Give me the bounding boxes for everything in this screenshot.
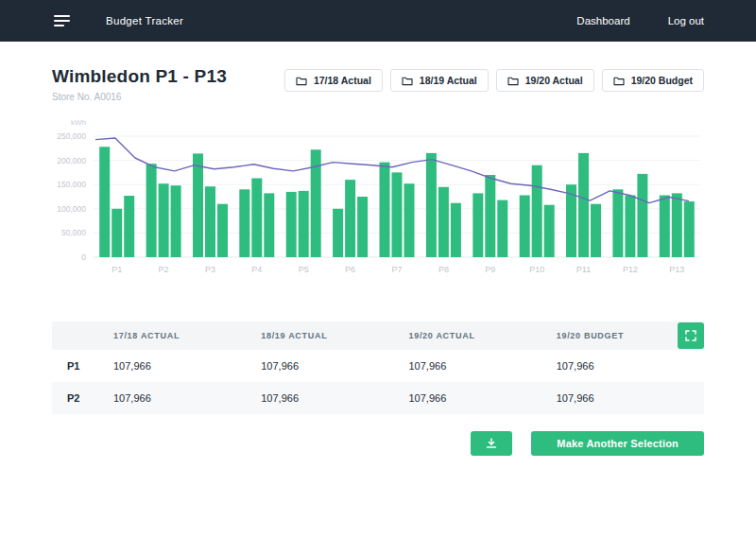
bar	[264, 193, 274, 257]
x-tick-label: P11	[576, 265, 591, 274]
expand-icon	[685, 330, 696, 341]
x-tick-label: P5	[299, 265, 309, 274]
bar	[99, 147, 110, 257]
make-another-selection-button[interactable]: Make Another Selection	[531, 431, 704, 456]
bar	[438, 187, 449, 257]
table-cell: 107,966	[261, 360, 408, 372]
table-header: 17/18 Actual18/19 Actual19/20 Actual19/2…	[52, 321, 704, 350]
bar	[299, 191, 309, 257]
bar	[660, 196, 670, 258]
bar	[625, 196, 635, 258]
expand-table-button[interactable]	[678, 322, 704, 349]
x-tick-label: P4	[251, 265, 262, 274]
filter-17-18-actual[interactable]: 17/18 Actual	[284, 69, 383, 92]
folder-icon	[402, 76, 413, 86]
bar	[672, 193, 682, 257]
bar	[404, 183, 415, 257]
y-tick-label: 0	[81, 252, 86, 262]
results-table: 17/18 Actual18/19 Actual19/20 Actual19/2…	[52, 321, 704, 414]
bar	[193, 153, 203, 257]
filter-label: 19/20 Budget	[631, 75, 693, 86]
folder-icon	[296, 76, 307, 86]
filter-label: 19/20 Actual	[525, 75, 583, 86]
bar	[591, 204, 601, 257]
table-cell: 107,966	[409, 392, 557, 404]
bar	[532, 165, 542, 257]
y-tick-label: 200,000	[57, 156, 86, 165]
y-tick-label: 150,000	[57, 180, 86, 189]
energy-usage-chart: kWh050,000100,000150,000200,000250,000P1…	[52, 115, 704, 297]
y-tick-label: 100,000	[57, 204, 86, 214]
download-button[interactable]	[471, 431, 512, 456]
bar	[684, 201, 695, 257]
table-cell: 107,966	[557, 392, 704, 404]
filter-label: 18/19 Actual	[420, 75, 477, 86]
bar	[472, 193, 483, 257]
filter-group: 17/18 Actual18/19 Actual19/20 Actual19/2…	[284, 66, 704, 92]
x-tick-label: P9	[485, 265, 495, 274]
x-tick-label: P1	[112, 265, 122, 274]
x-tick-label: P2	[159, 265, 169, 274]
chart-area: kWh050,000100,000150,000200,000250,000P1…	[52, 115, 704, 301]
bar	[124, 196, 134, 257]
bar	[251, 179, 262, 258]
bar	[426, 153, 437, 257]
table-cell: 107,966	[261, 392, 408, 404]
main-content: Wimbledon P1 - P13 Store No. A0016 17/18…	[0, 42, 756, 456]
bar	[345, 180, 355, 257]
y-axis-unit: kWh	[71, 118, 86, 127]
folder-icon	[613, 76, 625, 86]
bar	[520, 196, 530, 258]
x-tick-label: P13	[669, 265, 684, 274]
bar	[380, 163, 390, 257]
filter-19-20-budget[interactable]: 19/20 Budget	[602, 69, 704, 92]
bar	[286, 192, 297, 257]
table-cell: 107,966	[557, 360, 704, 372]
x-tick-label: P7	[391, 265, 402, 274]
x-tick-label: P12	[623, 265, 638, 274]
download-icon	[486, 438, 497, 449]
bar	[217, 204, 228, 257]
bar	[544, 205, 555, 257]
column-header: 17/18 Actual	[113, 331, 261, 340]
bar	[205, 186, 215, 257]
nav-links: Dashboard Log out	[576, 15, 704, 26]
nav-logout[interactable]: Log out	[668, 15, 704, 26]
store-number: Store No. A0016	[52, 92, 227, 102]
filter-19-20-actual[interactable]: 19/20 Actual	[496, 69, 594, 92]
x-tick-label: P6	[345, 265, 355, 274]
top-navbar: Budget Tracker Dashboard Log out	[0, 0, 756, 42]
bar	[485, 175, 495, 257]
bar	[392, 172, 403, 257]
bar	[159, 183, 169, 257]
bar	[112, 209, 122, 257]
menu-icon[interactable]	[52, 11, 72, 30]
row-label: P1	[52, 360, 113, 372]
bar	[171, 185, 181, 257]
bar	[333, 209, 343, 257]
bar	[239, 189, 249, 257]
filter-18-19-actual[interactable]: 18/19 Actual	[390, 69, 489, 92]
nav-dashboard[interactable]: Dashboard	[576, 15, 629, 26]
bottom-actions: Make Another Selection	[52, 431, 704, 456]
x-tick-label: P10	[529, 265, 544, 274]
header-row: Wimbledon P1 - P13 Store No. A0016 17/18…	[52, 66, 704, 102]
y-tick-label: 250,000	[57, 131, 86, 141]
budget-tracker-app: Budget Tracker Dashboard Log out Wimbled…	[0, 0, 756, 538]
bar	[637, 174, 647, 257]
table-cell: 107,966	[113, 360, 261, 372]
title-block: Wimbledon P1 - P13 Store No. A0016	[52, 66, 227, 102]
app-title: Budget Tracker	[106, 15, 183, 26]
bar	[146, 164, 157, 257]
y-tick-label: 50,000	[61, 228, 86, 237]
bar	[497, 200, 507, 257]
page-title: Wimbledon P1 - P13	[52, 66, 227, 87]
x-tick-label: P3	[205, 265, 215, 274]
x-tick-label: P8	[438, 265, 449, 274]
table-cell: 107,966	[113, 392, 261, 404]
bar	[451, 203, 461, 257]
table-body: P1107,966107,966107,966107,966P2107,9661…	[52, 350, 704, 414]
column-header: 18/19 Actual	[261, 331, 408, 340]
bar	[357, 197, 368, 257]
folder-icon	[507, 76, 519, 86]
